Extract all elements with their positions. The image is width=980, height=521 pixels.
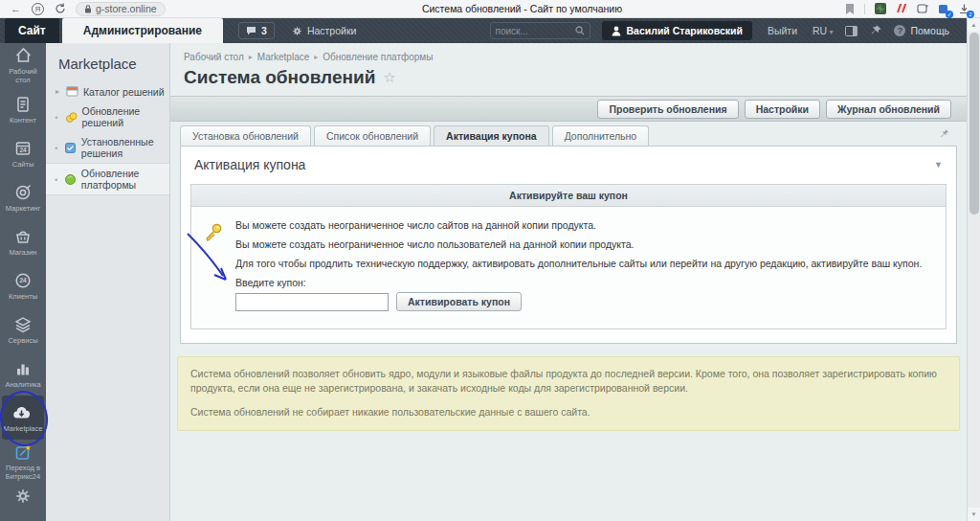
sidebar-item-desktop[interactable]: Рабочий стол: [0, 43, 46, 87]
sidebar-item-bitrix24[interactable]: ★ Переход в Битрикс24: [0, 440, 46, 484]
address-bar[interactable]: g-store.online: [76, 2, 166, 16]
sidebar-item-content[interactable]: Контент: [0, 87, 46, 131]
collapse-chevron-icon[interactable]: ▼: [934, 160, 943, 170]
sidebar-item-label: Переход в Битрикс24: [0, 464, 46, 481]
coupon-info-line: Для того чтобы продлить техническую подд…: [235, 258, 922, 269]
page-title: Система обновлений: [184, 67, 375, 88]
help-button[interactable]: ? Помощь: [894, 25, 949, 36]
submenu-item-installed-solutions[interactable]: ▪ Установленные решения: [46, 132, 169, 163]
svg-text:24: 24: [19, 277, 27, 283]
back-icon[interactable]: ←: [10, 3, 22, 15]
bookmark-icon[interactable]: [843, 3, 856, 15]
update-log-button[interactable]: Журнал обновлений: [826, 100, 951, 119]
activate-coupon-button[interactable]: Активировать купон: [396, 292, 522, 311]
notifications-count: 3: [261, 25, 267, 36]
clients-24-icon: 24: [13, 271, 33, 290]
left-sidebar: Рабочий стол Контент 24 Сайты Маркетинг …: [0, 43, 46, 521]
browser-tab-title: Система обновлений - Сайт по умолчанию: [201, 3, 843, 14]
tab-coupon-activation[interactable]: Активация купона: [434, 125, 549, 146]
user-menu[interactable]: Василий Стариковский: [602, 21, 752, 40]
pin-form-icon[interactable]: 📌︎: [939, 127, 949, 139]
scrollbar-thumb[interactable]: [969, 33, 979, 215]
submenu-item-catalog[interactable]: ▸ Каталог решений: [46, 81, 169, 102]
sidebar-settings-button[interactable]: [0, 487, 46, 505]
administration-tab[interactable]: Администрирование: [62, 18, 223, 43]
scroll-down-icon[interactable]: ▼: [968, 508, 980, 521]
refresh-icon[interactable]: [54, 3, 66, 15]
layers-icon: [13, 315, 33, 334]
catalog-icon: [66, 85, 78, 98]
breadcrumb-item[interactable]: Обновление платформы: [323, 52, 433, 62]
browser-menu-icon[interactable]: Я: [32, 3, 44, 15]
sidebar-item-services[interactable]: Сервисы: [0, 307, 46, 351]
expand-arrow-icon[interactable]: ▸: [54, 87, 61, 96]
coupon-input[interactable]: [235, 293, 389, 311]
site-tab[interactable]: Сайт: [5, 18, 59, 43]
submenu-item-solution-updates[interactable]: ▪ Обновление решений: [46, 102, 169, 132]
section-title: Активация купона: [194, 157, 305, 172]
admin-top-bar: Сайт Администрирование 3 Настройки Васил…: [0, 18, 967, 43]
svg-text:24: 24: [19, 147, 27, 153]
bullet-icon: ▪: [54, 175, 59, 184]
topbar-settings-button[interactable]: Настройки: [292, 25, 357, 36]
home-icon: [13, 46, 33, 65]
pin-icon[interactable]: [869, 25, 882, 36]
notifications-button[interactable]: 3: [238, 22, 275, 39]
breadcrumb-item[interactable]: Marketplace: [257, 52, 309, 62]
divider: [864, 4, 865, 14]
favorite-star-icon[interactable]: ☆: [383, 69, 395, 86]
screen: ← Я g-store.online Система обновлений - …: [0, 0, 980, 521]
note-paragraph: Система обновлений позволяет обновить яд…: [190, 367, 947, 396]
user-name: Василий Стариковский: [627, 25, 743, 36]
check-updates-button[interactable]: Проверить обновления: [597, 100, 738, 119]
sidebar-item-marketing[interactable]: Маркетинг: [0, 175, 46, 219]
tab-strip: Установка обновлений Список обновлений А…: [170, 122, 967, 146]
bar-chart-icon: [13, 359, 33, 378]
logout-link[interactable]: Выйти: [768, 25, 797, 36]
sidebar-item-label: Рабочий стол: [0, 67, 46, 84]
breadcrumb-item[interactable]: Рабочий стол: [184, 52, 244, 62]
search-input[interactable]: [496, 26, 575, 36]
platform-icon: [64, 173, 77, 186]
target-icon: [13, 183, 33, 202]
extension-outline-icon[interactable]: [916, 3, 928, 15]
sync-check-badge: ✓: [946, 11, 953, 18]
sidebar-item-clients[interactable]: 24 Клиенты: [0, 263, 46, 307]
coins-icon: [65, 111, 78, 124]
extension-green-icon[interactable]: [874, 3, 886, 15]
admin-search[interactable]: [490, 22, 590, 39]
url-text: g-store.online: [96, 3, 157, 14]
settings-label: Настройки: [307, 25, 357, 36]
sidebar-item-label: Сервисы: [6, 336, 39, 345]
scroll-up-icon[interactable]: ▲: [968, 18, 980, 32]
installed-icon: [64, 142, 77, 154]
chat-bubble-icon: [246, 26, 256, 35]
page-scrollbar[interactable]: ▲ ▼: [967, 18, 980, 521]
coupon-box: Активируйте ваш купон Вы можете создать …: [190, 184, 947, 329]
panel-toggle-icon[interactable]: [844, 25, 858, 36]
sidebar-item-marketplace[interactable]: Marketplace: [2, 396, 44, 440]
tab-updates-list[interactable]: Список обновлений: [314, 125, 431, 146]
key-icon: [203, 221, 224, 242]
sidebar-item-analytics[interactable]: Аналитика: [0, 351, 46, 396]
extension-red-icon[interactable]: [895, 3, 907, 15]
page-toolbar: Проверить обновления Настройки Журнал об…: [170, 96, 967, 122]
sidebar-item-sites[interactable]: 24 Сайты: [0, 131, 46, 175]
language-selector[interactable]: RU: [813, 25, 833, 36]
download-icon[interactable]: 2: [958, 3, 970, 15]
coupon-input-label: Введите купон:: [235, 277, 922, 288]
tab-additional[interactable]: Дополнительно: [552, 125, 650, 146]
settings-button[interactable]: Настройки: [745, 100, 820, 119]
submenu-item-label: Обновление решений: [82, 105, 166, 128]
profile-sync-icon[interactable]: ✓: [937, 3, 949, 15]
sidebar-item-label: Сайты: [11, 160, 36, 169]
gear-icon: [292, 26, 302, 36]
submenu-item-platform-update[interactable]: ▪ Обновление платформы: [46, 163, 169, 195]
breadcrumb-separator: ▸: [314, 53, 318, 61]
document-icon: [13, 95, 33, 114]
bullet-icon: ▪: [54, 144, 59, 152]
submenu-item-label: Обновление платформы: [81, 168, 166, 191]
sidebar-item-shop[interactable]: Магазин: [0, 219, 46, 263]
breadcrumb: Рабочий стол ▸ Marketplace ▸ Обновление …: [170, 43, 967, 62]
tab-install-updates[interactable]: Установка обновлений: [180, 125, 311, 146]
